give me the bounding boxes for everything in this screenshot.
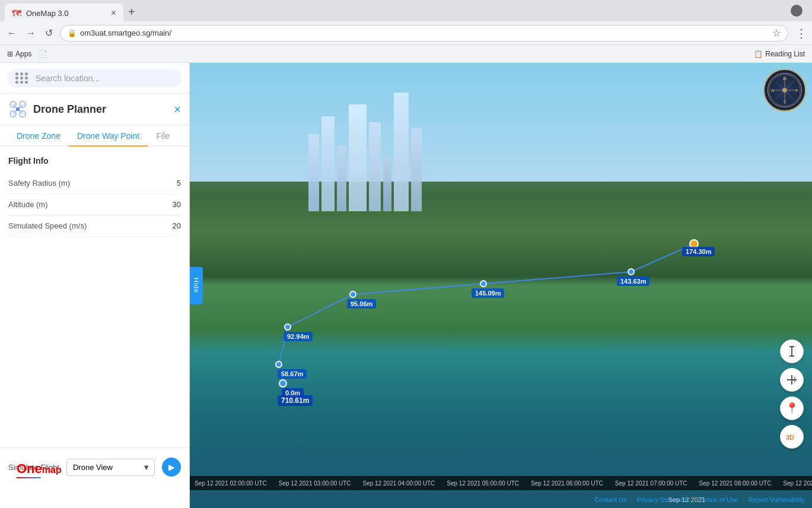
sidebar-content: Flight Info Safety Radius (m) 5 Altitude…	[0, 147, 189, 447]
waypoint-label-7: 174.30m	[682, 247, 715, 256]
grid-icon	[15, 72, 28, 84]
svg-text:N: N	[783, 76, 786, 81]
tab-favicon: 🗺	[12, 8, 21, 18]
report-vulnerability-link[interactable]: Report Vulnerability	[748, 496, 805, 503]
compass-svg: N S E W	[768, 73, 801, 107]
altitude-value: 30	[173, 200, 181, 209]
timeline-item-3: Sep 12 2021 04:00:00 UTC	[363, 480, 435, 487]
tab-drone-waypoint[interactable]: Drone Way Point	[69, 125, 148, 147]
height-measurement-button[interactable]	[780, 339, 804, 363]
close-sidebar-button[interactable]: ×	[174, 103, 181, 116]
sidebar-header: Drone Planner ×	[0, 94, 189, 125]
compass-inner: N S E W	[768, 73, 802, 107]
svg-point-21	[782, 88, 787, 93]
tab-title: OneMap 3.0	[26, 9, 106, 18]
reading-list-icon: 📋	[754, 50, 763, 58]
tab-close-btn[interactable]: ×	[111, 8, 116, 18]
svg-point-9	[279, 380, 286, 387]
altitude-row: Altitude (m) 30	[8, 194, 181, 215]
new-tab-button[interactable]: +	[128, 5, 135, 19]
waypoint-label-4: 95.06m	[347, 299, 376, 309]
waypoint-label-2: 58.67m	[278, 369, 307, 379]
apps-bookmark[interactable]: ⊞ Apps	[7, 50, 31, 58]
coordinate-button[interactable]: XY	[780, 368, 804, 392]
search-input-wrap[interactable]: Search location...	[7, 69, 182, 87]
active-tab[interactable]: 🗺 OneMap 3.0 ×	[5, 4, 123, 23]
svg-rect-4	[16, 107, 20, 111]
logo-one-text: One	[17, 461, 42, 477]
address-bar[interactable]: 🔒 om3uat.smartgeo.sg/main/ ☆	[60, 25, 788, 42]
onemap-logo: One map	[8, 456, 198, 478]
waypoint-label-5: 145.09m	[472, 288, 504, 298]
search-input[interactable]: Search location...	[36, 74, 100, 83]
altitude-label: Altitude (m)	[8, 200, 173, 209]
terms-of-use-link[interactable]: Terms of Use	[700, 496, 738, 503]
svg-text:3D: 3D	[786, 434, 794, 441]
svg-text:S: S	[784, 100, 786, 104]
timeline-item-5: Sep 12 2021 06:00:00 UTC	[531, 480, 603, 487]
location-pin-button[interactable]: 📍	[780, 396, 804, 420]
reading-list-button[interactable]: 📋 Reading List	[754, 50, 805, 58]
contact-us-link[interactable]: Contact Us	[594, 496, 626, 503]
doc-icon: 📄	[39, 50, 47, 58]
speed-value: 20	[173, 221, 181, 230]
main-content: Search location... Drone Planner ×	[0, 63, 812, 508]
date-display: Sep 12 2021	[668, 496, 705, 503]
timeline-bar: Sep 12 2021 02:00:00 UTC Sep 12 2021 03:…	[190, 476, 812, 490]
right-toolbar: XY 📍 3D	[780, 339, 804, 449]
reading-list-label: Reading List	[765, 50, 805, 58]
bookmarks-bar: ⊞ Apps 📄 📋 Reading List	[0, 45, 812, 63]
logo-underline	[17, 477, 40, 478]
timeline-item-2: Sep 12 2021 03:00:00 UTC	[279, 480, 351, 487]
timeline-item-4: Sep 12 2021 05:00:00 UTC	[447, 480, 519, 487]
compass: N S E W	[763, 69, 806, 112]
svg-text:E: E	[795, 88, 798, 93]
map-scene: 0.0m 58.67m 92.94m 95.06m 145.09m 143.63…	[190, 63, 812, 508]
lock-icon: 🔒	[68, 29, 77, 37]
total-distance-label: 710.61m	[278, 395, 313, 406]
tab-drone-zone[interactable]: Drone Zone	[8, 125, 69, 147]
tab-bar: 🗺 OneMap 3.0 × +	[0, 0, 812, 21]
waypoint-label-3: 92.94m	[284, 332, 313, 341]
more-menu-button[interactable]: ⋮	[795, 26, 807, 40]
svg-point-12	[350, 291, 356, 297]
buildings-layer	[308, 93, 422, 211]
speed-row: Simulated Speed (m/s) 20	[8, 215, 181, 237]
svg-text:W: W	[771, 88, 775, 93]
map-container[interactable]: Hide	[190, 63, 812, 508]
speed-label: Simulated Speed (m/s)	[8, 221, 173, 230]
svg-point-14	[628, 269, 634, 275]
apps-label: Apps	[15, 50, 31, 58]
nav-bar: ← → ↺ 🔒 om3uat.smartgeo.sg/main/ ☆ ⋮	[0, 21, 812, 45]
tab-file[interactable]: File	[148, 125, 178, 147]
bookmark-star-icon[interactable]: ☆	[772, 27, 781, 39]
doc-bookmark[interactable]: 📄	[39, 50, 47, 58]
timeline-item-6: Sep 12 2021 07:00:00 UTC	[615, 480, 687, 487]
forward-button[interactable]: →	[24, 26, 38, 41]
timeline-item-1: Sep 12 2021 02:00:00 UTC	[195, 480, 267, 487]
tab-right	[791, 5, 807, 17]
sky-layer	[190, 63, 812, 182]
back-button[interactable]: ←	[5, 26, 19, 41]
3d-toggle-button[interactable]: 3D	[780, 425, 804, 449]
svg-point-11	[285, 324, 291, 330]
apps-icon: ⊞	[7, 50, 13, 58]
safety-radius-label: Safety Radius (m)	[8, 179, 177, 188]
svg-point-13	[480, 281, 486, 287]
profile-icon	[791, 5, 803, 17]
reload-button[interactable]: ↺	[43, 25, 55, 41]
browser-chrome: 🗺 OneMap 3.0 × + ← → ↺ 🔒 om3uat.smartgeo…	[0, 0, 812, 63]
safety-radius-row: Safety Radius (m) 5	[8, 173, 181, 194]
safety-radius-value: 5	[177, 179, 181, 188]
svg-point-10	[276, 361, 282, 367]
logo-map-text: map	[42, 465, 62, 475]
hide-panel-button[interactable]: Hide	[190, 267, 203, 304]
timeline-item-8: Sep 12 2021 09:00:00 UTC	[783, 480, 812, 487]
sidebar: Search location... Drone Planner ×	[0, 63, 190, 508]
sidebar-title: Drone Planner	[33, 103, 168, 116]
waypoint-label-6: 143.63m	[617, 277, 649, 286]
flight-info-title: Flight Info	[8, 156, 181, 166]
map-background: 0.0m 58.67m 92.94m 95.06m 145.09m 143.63…	[190, 63, 812, 508]
tabs-nav: Drone Zone Drone Way Point File	[0, 125, 189, 147]
timeline-item-7: Sep 12 2021 08:00:00 UTC	[699, 480, 772, 487]
